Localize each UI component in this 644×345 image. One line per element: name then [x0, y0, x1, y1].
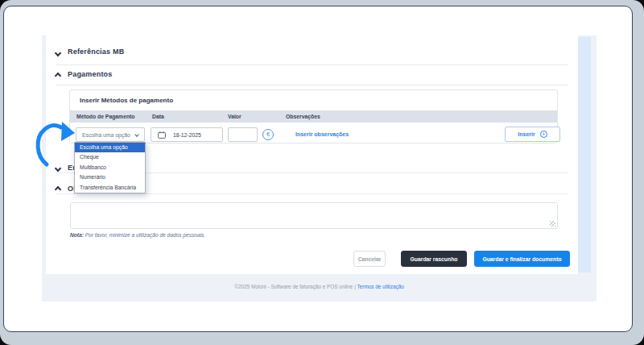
dropdown-option[interactable]: Transferência Bancária: [75, 183, 145, 193]
privacy-note: Nota: Por favor, minimize a utilização d…: [70, 232, 205, 238]
observations-textarea[interactable]: [70, 202, 558, 229]
payment-methods-panel: Inserir Métodos de pagamento Método de P…: [69, 89, 558, 143]
col-metodo-pagamento: Método de Pagamento: [76, 114, 135, 119]
terms-link[interactable]: Termos de utilização: [357, 284, 404, 289]
divider: [56, 64, 568, 65]
euro-icon: €: [262, 129, 274, 140]
cancel-button[interactable]: Cancelar: [353, 251, 386, 267]
chevron-down-icon: [55, 165, 61, 172]
panel-title: Inserir Métodos de pagamento: [80, 97, 173, 104]
page-background: Referências MB Pagamentos Inserir Método…: [42, 35, 597, 301]
plus-circle-icon: +: [540, 131, 547, 138]
chevron-up-icon: [55, 186, 61, 193]
dropdown-option[interactable]: Escolha uma opção: [75, 143, 145, 152]
chevron-up-icon: [55, 73, 61, 79]
insert-observations-link[interactable]: Inserir observações: [295, 131, 349, 137]
divider: [56, 193, 568, 194]
col-data: Data: [152, 114, 164, 119]
date-value: 18-12-2025: [173, 132, 201, 138]
app-window: Referências MB Pagamentos Inserir Método…: [3, 6, 633, 332]
screenshot-frame: Referências MB Pagamentos Inserir Método…: [0, 0, 644, 345]
col-observacoes: Observações: [286, 114, 320, 119]
nota-label: Nota:: [70, 232, 84, 238]
date-input[interactable]: 18-12-2025: [151, 127, 223, 142]
inserir-button[interactable]: Inserir +: [505, 127, 560, 142]
valor-input[interactable]: [228, 127, 258, 142]
inserir-label: Inserir: [518, 131, 535, 137]
table-header-row: Método de Pagamento Data Valor Observaçõ…: [70, 110, 557, 123]
save-draft-button[interactable]: Guardar rascunho: [401, 251, 467, 267]
section-pagamentos[interactable]: Pagamentos: [68, 70, 113, 78]
dropdown-option[interactable]: Cheque: [75, 152, 145, 162]
footer: ©2025 Moloni - Software de faturação e P…: [42, 284, 597, 289]
dropdown-option[interactable]: Numerário: [75, 172, 145, 182]
col-valor: Valor: [228, 114, 242, 119]
section-referencias-mb[interactable]: Referências MB: [68, 48, 124, 56]
divider: [56, 85, 568, 85]
save-finalize-button[interactable]: Guardar e finalizar documento: [474, 251, 570, 267]
payment-method-dropdown: Escolha uma opção Cheque Multibanco Nume…: [74, 142, 146, 193]
calendar-icon: [158, 131, 166, 139]
nota-text: Por favor, minimize a utilização de dado…: [84, 232, 205, 238]
scrollbar-track[interactable]: [578, 37, 591, 272]
select-value: Escolha uma opção: [82, 132, 130, 138]
payment-method-select[interactable]: Escolha uma opção: [76, 127, 145, 142]
chevron-down-icon: [55, 50, 61, 56]
dropdown-option[interactable]: Multibanco: [75, 163, 145, 172]
chevron-down-icon: [134, 132, 139, 137]
resize-handle[interactable]: [550, 221, 555, 227]
copyright-text: ©2025 Moloni - Software de faturação e P…: [234, 284, 356, 289]
document-form-card: Referências MB Pagamentos Inserir Método…: [46, 35, 578, 274]
